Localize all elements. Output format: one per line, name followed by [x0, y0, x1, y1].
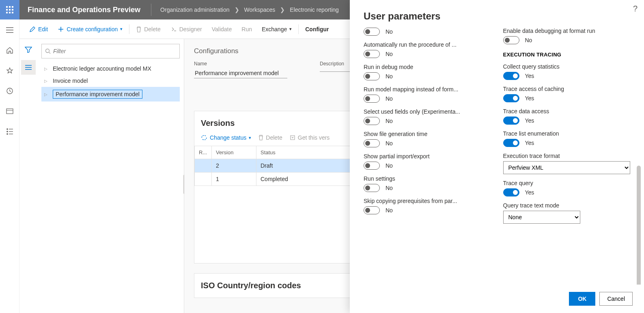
- toggle[interactable]: [364, 72, 380, 80]
- waffle-button[interactable]: [0, 0, 19, 19]
- designer-icon: [170, 26, 177, 32]
- modules-button[interactable]: [3, 125, 16, 138]
- scrollbar-thumb[interactable]: [637, 166, 641, 285]
- svg-point-15: [6, 129, 7, 130]
- edit-button[interactable]: Edit: [24, 24, 53, 35]
- expand-icon[interactable]: ▷: [43, 67, 49, 71]
- filter-input[interactable]: [53, 48, 176, 54]
- field-label: Query trace text mode: [503, 202, 580, 209]
- toggle-label: Automatically run the procedure of ...: [364, 41, 477, 48]
- cancel-button[interactable]: Cancel: [599, 292, 633, 306]
- app-title: Finance and Operations Preview: [19, 6, 149, 14]
- toggle[interactable]: [503, 117, 519, 125]
- separator: [129, 24, 129, 34]
- toggle-value: No: [386, 207, 393, 214]
- toggle-value: No: [525, 37, 532, 43]
- panel-left-column: No Automatically run the procedure of ..…: [364, 28, 491, 285]
- run-button[interactable]: Run: [237, 24, 257, 35]
- toggle-label: Show file generation time: [364, 131, 477, 137]
- tree-item[interactable]: ▷ Electronic ledger accounting model MX: [41, 63, 180, 75]
- toggle-label: Run settings: [364, 175, 477, 182]
- chevron-right-icon: ❯: [280, 6, 285, 13]
- toggle-value: Yes: [525, 73, 534, 79]
- svg-rect-2: [12, 6, 13, 8]
- toggle-group: Collect query statistics Yes: [503, 63, 631, 80]
- toggle[interactable]: [364, 139, 380, 147]
- expand-icon[interactable]: ▷: [43, 79, 49, 83]
- toggle[interactable]: [364, 50, 380, 58]
- toggle[interactable]: [364, 206, 380, 214]
- toggle[interactable]: [364, 117, 380, 125]
- toggle-label: Run in debug mode: [364, 64, 477, 70]
- download-icon: [290, 135, 295, 140]
- create-label: Create configuration: [67, 26, 118, 32]
- change-status-button[interactable]: Change status ▾: [201, 134, 251, 141]
- toggle[interactable]: [364, 28, 380, 36]
- trash-icon: [258, 135, 263, 140]
- tree-item[interactable]: ▷ Invoice model: [41, 75, 180, 87]
- toggle[interactable]: [503, 188, 519, 196]
- svg-rect-8: [12, 12, 13, 13]
- hamburger-button[interactable]: [3, 24, 16, 37]
- svg-point-17: [6, 131, 7, 132]
- chevron-down-icon: ▾: [289, 26, 292, 32]
- versions-delete-button[interactable]: Delete: [258, 134, 282, 141]
- toggle-value: Yes: [525, 189, 534, 196]
- toggle-label: Run model mapping instead of form...: [364, 86, 477, 93]
- tree-item-label: Electronic ledger accounting model MX: [53, 65, 151, 72]
- workspaces-button[interactable]: [3, 105, 16, 118]
- toggle-group: Skip copying prerequisites from par... N…: [364, 198, 491, 214]
- toggle[interactable]: [503, 94, 519, 102]
- delete-button[interactable]: Delete: [131, 24, 165, 35]
- edit-label: Edit: [38, 26, 48, 32]
- breadcrumb-item[interactable]: Electronic reporting: [290, 6, 339, 13]
- versions-delete-label: Delete: [266, 134, 282, 141]
- filter-toggle[interactable]: [21, 42, 36, 57]
- configurations-tab[interactable]: Configur: [300, 24, 334, 35]
- favorites-button[interactable]: [3, 64, 16, 77]
- toggle-group: Enable data debugging at format run No: [503, 28, 631, 44]
- ok-button[interactable]: OK: [569, 292, 595, 306]
- exec-format-select[interactable]: Perfview XML: [503, 161, 631, 174]
- list-toggle[interactable]: [21, 60, 36, 75]
- cell-version: 1: [212, 173, 256, 186]
- panel-right-column: Enable data debugging at format run No E…: [503, 28, 631, 285]
- name-value[interactable]: Performance improvement model: [194, 68, 287, 78]
- chevron-down-icon: ▾: [249, 135, 251, 140]
- col-r[interactable]: R...: [195, 146, 212, 159]
- toggle[interactable]: [503, 139, 519, 147]
- toggle[interactable]: [364, 184, 380, 192]
- expand-icon[interactable]: ▷: [43, 92, 49, 97]
- toggle-value: No: [386, 140, 393, 147]
- query-mode-select[interactable]: None: [503, 211, 580, 224]
- home-button[interactable]: [3, 44, 16, 57]
- validate-button[interactable]: Validate: [207, 24, 237, 35]
- designer-button[interactable]: Designer: [166, 24, 207, 35]
- help-button[interactable]: ?: [633, 4, 638, 13]
- lines-icon: [25, 65, 32, 70]
- breadcrumb-item[interactable]: Workspaces: [244, 6, 276, 13]
- divider: [151, 4, 151, 16]
- exchange-button[interactable]: Exchange ▾: [257, 24, 297, 35]
- toggle-group: Select used fields only (Experimenta... …: [364, 108, 491, 125]
- get-version-button[interactable]: Get this vers: [290, 134, 330, 141]
- col-version[interactable]: Version: [212, 146, 256, 159]
- breadcrumb-item[interactable]: Organization administration: [160, 6, 229, 13]
- tree-item[interactable]: ▷ Performance improvement model: [41, 87, 180, 101]
- toggle-value: No: [386, 28, 393, 35]
- toggle-value: No: [386, 118, 393, 124]
- toggle[interactable]: [503, 36, 519, 44]
- create-config-button[interactable]: Create configuration ▾: [53, 24, 127, 35]
- tree-pane: ▷ Electronic ledger accounting model MX …: [37, 39, 184, 313]
- query-mode-field: Query trace text mode None: [503, 202, 580, 224]
- toggle-group: Trace data access Yes: [503, 108, 631, 125]
- toggle-value: Yes: [525, 140, 534, 146]
- waffle-icon: [6, 6, 13, 13]
- filter-box[interactable]: [41, 44, 180, 58]
- toggle[interactable]: [503, 72, 519, 80]
- recent-button[interactable]: [3, 84, 16, 97]
- toggle[interactable]: [364, 95, 380, 103]
- toggle[interactable]: [364, 162, 380, 170]
- exec-format-field: Execution trace format Perfview XML: [503, 153, 631, 174]
- toggle-label: Collect query statistics: [503, 63, 617, 70]
